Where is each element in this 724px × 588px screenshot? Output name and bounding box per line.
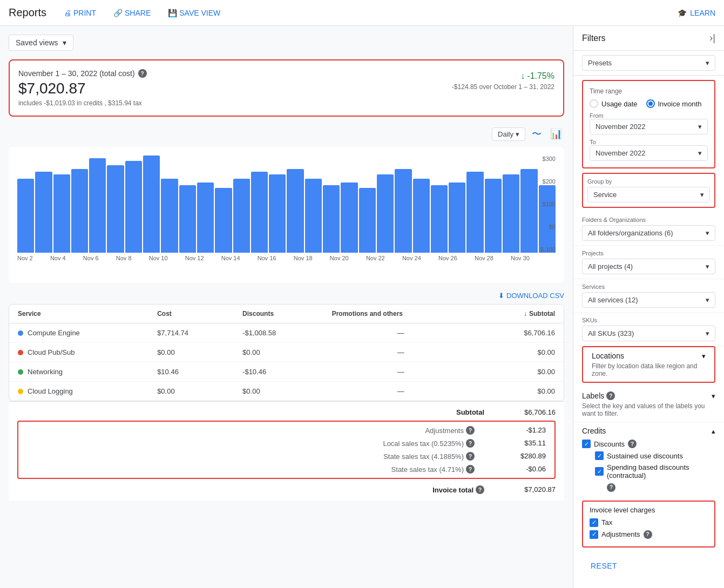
chart-controls: Daily ▾ 〜 📊 — [9, 125, 564, 143]
service-cell: Compute Engine — [9, 323, 148, 343]
x-axis-label: Nov 8 — [116, 255, 132, 261]
sidebar-collapse-button[interactable]: ›| — [709, 32, 715, 44]
chart-y-labels: $300$200$100$0$-100 — [540, 156, 556, 253]
to-dropdown[interactable]: November 2022 ▾ — [590, 145, 708, 161]
chart-bar[interactable] — [107, 165, 124, 253]
line-chart-button[interactable]: 〜 — [530, 125, 544, 143]
chart-bar[interactable] — [431, 185, 448, 253]
chart-bar[interactable] — [466, 172, 483, 253]
chart-x-labels: Nov 2Nov 4Nov 6Nov 8Nov 10Nov 12Nov 14No… — [17, 255, 556, 261]
subtotal-cell: $0.00 — [478, 382, 564, 401]
chart-bar[interactable] — [520, 169, 537, 253]
tax-checkbox[interactable] — [590, 518, 598, 527]
service-dot — [18, 330, 23, 336]
chart-bar[interactable] — [179, 185, 196, 253]
state-tax2-help-icon[interactable]: ? — [466, 465, 475, 474]
x-axis-label: Nov 24 — [402, 255, 421, 261]
share-button[interactable]: 🔗 SHARE — [109, 6, 155, 19]
chart-bar[interactable] — [503, 174, 519, 253]
chart-bar[interactable] — [17, 179, 34, 253]
saved-views-dropdown[interactable]: Saved views ▾ — [9, 35, 73, 51]
summary-help-icon[interactable]: ? — [138, 69, 147, 78]
chart-bar[interactable] — [449, 183, 465, 253]
skus-dropdown[interactable]: All SKUs (323) ▾ — [582, 326, 715, 341]
bar-chart-button[interactable]: 📊 — [548, 126, 564, 142]
summary-details: includes -$1,019.03 in credits , $315.94… — [18, 99, 452, 107]
services-dropdown[interactable]: All services (12) ▾ — [582, 292, 715, 308]
chart-bar[interactable] — [89, 158, 106, 253]
chart-bar[interactable] — [125, 161, 142, 253]
local-sales-tax-label: Local sales tax (0.5235%) ? — [383, 439, 475, 448]
reset-button[interactable]: RESET — [582, 558, 626, 573]
chart-bar[interactable] — [71, 169, 88, 253]
projects-dropdown[interactable]: All projects (4) ▾ — [582, 259, 715, 274]
x-axis-label: Nov 26 — [438, 255, 457, 261]
chart-bar[interactable] — [233, 179, 250, 253]
invoice-month-option[interactable]: Invoice month — [646, 99, 702, 108]
y-axis-label: $200 — [540, 178, 556, 185]
chart-bar[interactable] — [305, 179, 322, 253]
from-dropdown[interactable]: November 2022 ▾ — [590, 119, 708, 134]
table-row: Compute Engine $7,714.74 -$1,008.58 — $6… — [9, 323, 564, 343]
locations-header[interactable]: Locations ▾ — [592, 352, 706, 360]
adjustments-checkbox-row: Adjustments ? — [590, 530, 708, 539]
usage-date-option[interactable]: Usage date — [590, 99, 638, 108]
adjustments-checkbox[interactable] — [590, 530, 598, 539]
chart-bar[interactable] — [323, 185, 340, 253]
totals-section: Subtotal $6,706.16 Adjustments ? -$1.23 … — [9, 401, 564, 501]
print-button[interactable]: 🖨 PRINT — [59, 6, 100, 19]
chart-bar[interactable] — [377, 174, 394, 253]
chart-bar[interactable] — [359, 188, 376, 253]
summary-card: November 1 – 30, 2022 (total cost) ? $7,… — [9, 59, 564, 117]
chart-bar[interactable] — [413, 179, 430, 253]
labels-help-icon[interactable]: ? — [606, 391, 615, 400]
chart-bar[interactable] — [197, 183, 214, 253]
download-csv-button[interactable]: ⬇ DOWNLOAD CSV — [498, 292, 564, 300]
learn-button[interactable]: 🎓 LEARN — [678, 9, 715, 17]
chart-bar[interactable] — [143, 156, 160, 253]
usage-date-radio[interactable] — [590, 99, 598, 108]
folders-dropdown[interactable]: All folders/organizations (6) ▾ — [582, 225, 715, 241]
local-tax-help-icon[interactable]: ? — [466, 439, 475, 448]
group-by-dropdown[interactable]: Service ▾ — [587, 187, 710, 202]
chart-bar[interactable] — [395, 169, 411, 253]
daily-view-button[interactable]: Daily ▾ — [492, 127, 525, 141]
chart-bar[interactable] — [341, 183, 357, 253]
adjustments-invoice-help-icon[interactable]: ? — [644, 530, 652, 539]
save-view-button[interactable]: 💾 SAVE VIEW — [164, 6, 225, 19]
labels-header[interactable]: Labels ? ▾ — [582, 391, 715, 400]
invoice-month-radio[interactable] — [646, 99, 655, 108]
invoice-total-help-icon[interactable]: ? — [476, 485, 484, 494]
promotions-cell: — — [323, 343, 478, 362]
chart-bar[interactable] — [269, 174, 286, 253]
state-sales-tax-1-value: $280.89 — [492, 452, 546, 461]
header-actions: 🖨 PRINT 🔗 SHARE 💾 SAVE VIEW — [59, 6, 225, 19]
state-tax1-help-icon[interactable]: ? — [466, 452, 475, 461]
presets-dropdown[interactable]: Presets ▾ — [582, 55, 715, 71]
local-sales-tax-row: Local sales tax (0.5235%) ? $35.11 — [18, 437, 554, 450]
service-cell: Cloud Pub/Sub — [9, 343, 148, 362]
chart-bar[interactable] — [251, 172, 268, 253]
learn-icon: 🎓 — [678, 9, 687, 17]
x-axis-label: Nov 10 — [149, 255, 168, 261]
chart-bar[interactable] — [35, 172, 52, 253]
summary-change-sub: -$124.85 over October 1 – 31, 2022 — [452, 83, 554, 91]
invoice-total-row: Invoice total ? $7,020.87 — [9, 481, 564, 496]
service-dot — [18, 350, 23, 355]
chart-bar[interactable] — [485, 179, 502, 253]
discounts-checkbox[interactable] — [582, 440, 591, 448]
spending-based-help-icon[interactable]: ? — [607, 483, 615, 492]
promotions-cell: — — [323, 382, 478, 401]
spending-based-checkbox[interactable] — [595, 467, 604, 476]
chart-bar[interactable] — [215, 188, 232, 253]
chart-bar[interactable] — [53, 174, 70, 253]
chevron-down-icon: ▾ — [698, 149, 702, 157]
tax-checkbox-row: Tax — [590, 518, 708, 527]
x-axis-label: Nov 12 — [185, 255, 204, 261]
chart-bar[interactable] — [161, 179, 178, 253]
discounts-help-icon[interactable]: ? — [628, 440, 637, 448]
sustained-use-checkbox[interactable] — [595, 451, 604, 460]
credits-section: Credits ▴ Discounts ? Sustained use disc… — [573, 422, 724, 496]
chart-bar[interactable] — [287, 169, 303, 253]
adjustments-help-icon[interactable]: ? — [466, 426, 475, 435]
